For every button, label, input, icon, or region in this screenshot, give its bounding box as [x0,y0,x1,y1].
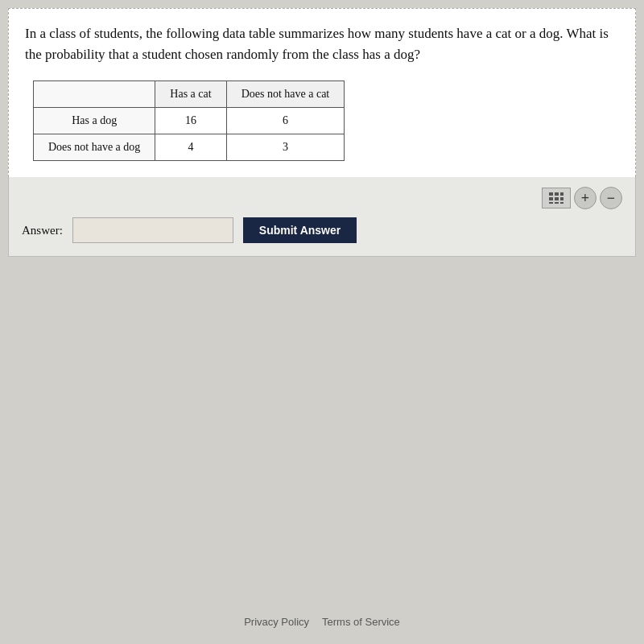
svg-rect-1 [555,192,559,196]
table-row: Does not have a dog 4 3 [34,134,345,161]
answer-row: Answer: Submit Answer [22,217,622,243]
question-card: In a class of students, the following da… [8,8,636,177]
grid-icon[interactable] [542,188,571,208]
table-header-has-cat: Has a cat [155,81,226,108]
answer-section: + − Answer: Submit Answer [8,177,636,257]
table-cell-has-dog-label: Has a dog [34,108,155,134]
terms-of-service-link[interactable]: Terms of Service [322,616,400,628]
table-cell-has-dog-has-cat: 16 [155,108,226,134]
question-text: In a class of students, the following da… [25,23,619,64]
svg-rect-5 [560,197,564,200]
svg-rect-8 [560,202,564,204]
table-cell-no-dog-no-cat: 3 [226,134,345,161]
svg-rect-7 [555,202,559,204]
svg-rect-2 [560,192,564,196]
svg-rect-3 [549,197,553,200]
zoom-out-button[interactable]: − [600,187,622,209]
table-row: Has a dog 16 6 [34,108,345,134]
svg-rect-6 [549,202,553,204]
privacy-policy-link[interactable]: Privacy Policy [244,616,309,628]
table-cell-no-dog-label: Does not have a dog [34,134,155,161]
footer: Privacy Policy Terms of Service [0,616,644,628]
answer-label: Answer: [22,224,63,237]
submit-button[interactable]: Submit Answer [243,217,357,243]
table-cell-has-dog-no-cat: 6 [226,108,345,134]
table-cell-no-dog-has-cat: 4 [155,134,226,161]
answer-input[interactable] [72,217,233,243]
table-header-empty [34,81,155,108]
answer-toolbar: + − [22,187,622,209]
table-header-no-cat: Does not have a cat [226,81,345,108]
data-table: Has a cat Does not have a cat Has a dog … [33,80,345,161]
svg-rect-0 [549,192,553,196]
zoom-in-button[interactable]: + [574,187,597,209]
svg-rect-4 [555,197,559,200]
